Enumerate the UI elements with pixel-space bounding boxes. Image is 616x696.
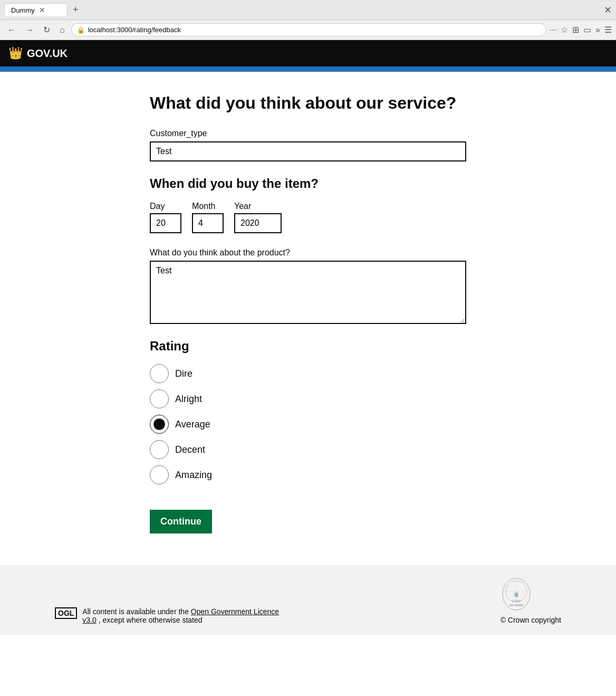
back-button[interactable]: ← [4,24,19,36]
refresh-button[interactable]: ↻ [40,24,53,36]
month-label: Month [192,202,224,211]
radio-item-decent[interactable]: Decent [150,440,466,459]
address-bar[interactable]: 🔒 localhost:3000/rating/feedback [71,23,546,36]
footer-inner: OGL All content is available under the O… [55,576,561,624]
footer: OGL All content is available under the O… [0,565,616,635]
copyright-text: © Crown copyright [500,616,561,624]
browser-tab[interactable]: Dummy ✕ [4,3,68,16]
year-field: Year [234,202,282,233]
month-input[interactable] [192,213,224,233]
sidebar-button[interactable]: ▭ [583,25,591,35]
more-button[interactable]: ··· [550,25,556,35]
licence-text-after: , except where otherwise stated [99,616,203,624]
browser-titlebar: Dummy ✕ + ✕ [0,0,616,20]
radio-alright[interactable] [150,389,169,408]
grid-button[interactable]: ⊞ [572,25,579,35]
rating-radio-group: Dire Alright Average Decent Amazing [150,364,466,484]
ogl-logo: OGL [55,607,77,619]
govuk-logo-link[interactable]: 👑 GOV.UK [8,46,68,60]
browser-toolbar: ← → ↻ ⌂ 🔒 localhost:3000/rating/feedback… [0,20,616,40]
window-close-icon[interactable]: ✕ [604,4,612,16]
govuk-header: 👑 GOV.UK [0,40,616,66]
date-section-heading: When did you buy the item? [150,176,466,191]
year-input[interactable] [234,213,282,233]
overflow-button[interactable]: » [595,25,600,35]
forward-button[interactable]: → [22,24,37,36]
radio-average[interactable] [150,415,169,434]
rating-group: Rating Dire Alright Average Decent Amazi… [150,339,466,484]
continue-button[interactable]: Continue [150,510,212,533]
tab-close-icon[interactable]: ✕ [39,6,45,14]
url-text: localhost:3000/rating/feedback [88,26,541,34]
footer-licence: OGL All content is available under the O… [55,607,293,624]
lock-icon: 🔒 [77,26,85,34]
rating-heading: Rating [150,339,466,354]
radio-decent[interactable] [150,440,169,459]
radio-alright-label: Alright [175,394,202,405]
date-group: When did you buy the item? Day Month Yea… [150,176,466,233]
customer-type-input[interactable] [150,141,466,161]
customer-type-group: Customer_type [150,129,466,161]
customer-type-label: Customer_type [150,129,466,138]
svg-text:OF ARMS: OF ARMS [509,604,523,607]
bookmark-button[interactable]: ☆ [561,25,568,35]
footer-licence-text: All content is available under the Open … [82,607,293,624]
radio-average-label: Average [175,419,210,430]
blue-bar [0,66,616,72]
home-button[interactable]: ⌂ [56,24,68,36]
licence-text-before: All content is available under the [82,607,189,616]
menu-button[interactable]: ☰ [604,25,612,35]
year-label: Year [234,202,282,211]
radio-item-average[interactable]: Average [150,415,466,434]
crown-icon: 👑 [8,46,23,60]
coat-of-arms-icon: 🏛️ COAT OF ARMS [500,576,532,613]
tab-title: Dummy [11,6,35,14]
date-fields: Day Month Year [150,202,466,233]
product-thought-textarea[interactable]: Test [150,261,466,324]
main-content: What did you think about our service? Cu… [139,72,477,565]
day-input[interactable] [150,213,181,233]
footer-copyright: 🏛️ COAT OF ARMS © Crown copyright [500,576,561,624]
radio-item-alright[interactable]: Alright [150,389,466,408]
product-thought-group: What do you think about the product? Tes… [150,248,466,324]
new-tab-button[interactable]: + [70,4,82,15]
radio-amazing-label: Amazing [175,470,212,481]
month-field: Month [192,202,224,233]
govuk-logo-text: GOV.UK [27,47,68,60]
radio-item-amazing[interactable]: Amazing [150,465,466,484]
toolbar-icons: ··· ☆ ⊞ ▭ » ☰ [550,25,612,35]
radio-decent-label: Decent [175,444,205,455]
day-field: Day [150,202,181,233]
product-thought-label: What do you think about the product? [150,248,466,258]
radio-amazing[interactable] [150,465,169,484]
radio-dire-label: Dire [175,368,192,379]
browser-chrome: Dummy ✕ + ✕ ← → ↻ ⌂ 🔒 localhost:3000/rat… [0,0,616,40]
day-label: Day [150,202,181,211]
radio-dire[interactable] [150,364,169,383]
radio-item-dire[interactable]: Dire [150,364,466,383]
page-title: What did you think about our service? [150,93,466,113]
